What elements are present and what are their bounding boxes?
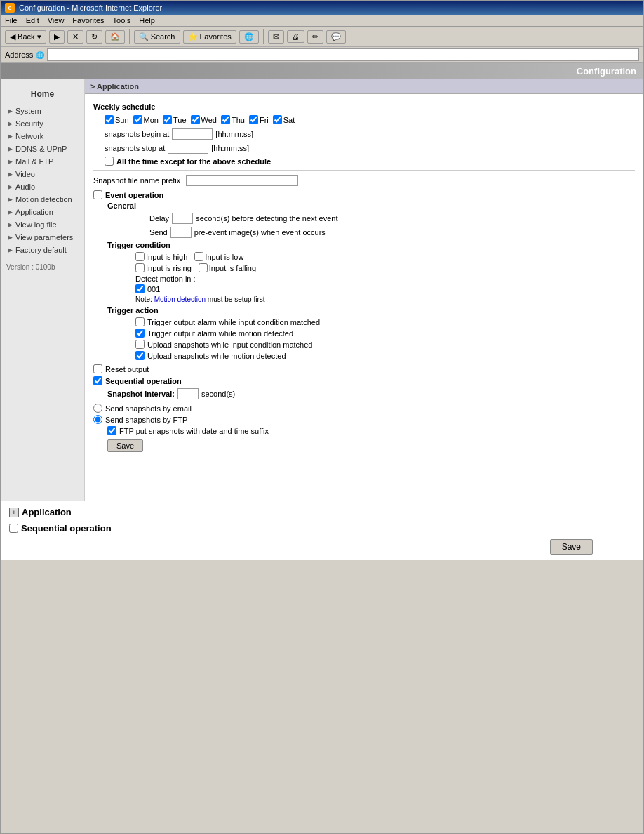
save-outer-button[interactable]: Save — [550, 539, 593, 555]
send-ftp-radio[interactable] — [93, 415, 102, 424]
back-button[interactable]: ◀ Back ▾ — [5, 30, 46, 44]
search-button[interactable]: 🔍 Search — [134, 30, 180, 44]
sidebar-home[interactable]: Home — [4, 86, 81, 105]
input-rising-checkbox[interactable] — [135, 263, 145, 272]
upload-input-checkbox[interactable] — [135, 340, 145, 349]
sidebar-item-ddns[interactable]: ▶ DDNS & UPnP — [4, 143, 81, 155]
sidebar-item-application[interactable]: ▶ Application — [4, 206, 81, 218]
checkbox-sun[interactable] — [105, 115, 114, 124]
motion-detection-link[interactable]: Motion detection — [154, 296, 206, 303]
forward-button[interactable]: ▶ — [49, 30, 65, 44]
snapshot-prefix-row: Snapshot file name prefix video — [93, 175, 635, 186]
trigger-alarm-motion-checkbox[interactable] — [135, 329, 145, 338]
snapshot-interval-row: Snapshot interval: 5 second(s) — [93, 388, 635, 399]
section-header: > Application — [85, 79, 643, 94]
trigger-alarm-input-checkbox[interactable] — [135, 317, 145, 326]
send-email-label: Send snapshots by email — [105, 404, 192, 413]
favorites-button[interactable]: ⭐ Favorites — [183, 30, 236, 44]
sidebar-item-factory[interactable]: ▶ Factory default — [4, 244, 81, 256]
delay-input[interactable]: 3 — [172, 213, 193, 224]
sidebar-label-viewlog: View log file — [15, 220, 57, 229]
stop-time-input[interactable]: 23:59:59 — [168, 143, 208, 154]
label-tue: Tue — [173, 116, 187, 124]
checkbox-sat[interactable] — [273, 115, 282, 124]
day-tue: Tue — [163, 115, 187, 124]
snapshot-interval-input[interactable]: 5 — [177, 388, 199, 399]
input-rising-label: Input is rising — [146, 264, 192, 272]
sidebar-item-audio[interactable]: ▶ Audio — [4, 180, 81, 193]
checkbox-thu[interactable] — [221, 115, 230, 124]
input-high-group: Input is high — [135, 252, 187, 261]
discuss-button[interactable]: 💬 — [326, 30, 346, 44]
title-bar: e Configuration - Microsoft Internet Exp… — [1, 1, 643, 15]
menu-edit[interactable]: Edit — [26, 16, 39, 25]
menu-view[interactable]: View — [48, 16, 65, 25]
sidebar-item-video[interactable]: ▶ Video — [4, 168, 81, 180]
menu-favorites[interactable]: Favorites — [72, 16, 104, 25]
stop-button[interactable]: ✕ — [67, 30, 83, 44]
general-title: General — [107, 201, 635, 210]
ftp-date-suffix-checkbox[interactable] — [107, 426, 116, 435]
input-falling-group: Input is falling — [199, 263, 256, 272]
input-rising-group: Input is rising — [135, 263, 192, 272]
home-button[interactable]: 🏠 — [105, 30, 125, 44]
event-operation-checkbox[interactable] — [93, 190, 102, 199]
input-high-checkbox[interactable] — [135, 252, 145, 261]
arrow-icon-motion: ▶ — [6, 196, 13, 203]
menu-tools[interactable]: Tools — [113, 16, 131, 25]
input-falling-checkbox[interactable] — [199, 263, 208, 272]
sequential-operation-checkbox[interactable] — [93, 376, 102, 385]
begin-format: [hh:mm:ss] — [215, 130, 253, 138]
save-inner-button[interactable]: Save — [107, 439, 143, 452]
checkbox-fri[interactable] — [249, 115, 258, 124]
sidebar-item-viewparams[interactable]: ▶ View parameters — [4, 231, 81, 244]
ch001-checkbox[interactable] — [135, 284, 145, 293]
arrow-icon-viewparams: ▶ — [6, 234, 13, 241]
app-expand-icon[interactable]: + — [9, 508, 19, 517]
sidebar-version: Version : 0100b — [4, 256, 81, 271]
arrow-icon-application: ▶ — [6, 208, 13, 216]
day-wed: Wed — [191, 115, 217, 124]
send-input[interactable]: 1 — [170, 227, 192, 238]
sidebar-label-mail: Mail & FTP — [15, 157, 53, 166]
refresh-button[interactable]: ↻ — [86, 30, 102, 44]
snapshot-prefix-input[interactable]: video — [186, 175, 298, 186]
label-wed: Wed — [201, 116, 217, 124]
sidebar-item-network[interactable]: ▶ Network — [4, 130, 81, 143]
all-time-row: All the time except for the above schedu… — [93, 157, 635, 166]
day-thu: Thu — [221, 115, 245, 124]
address-label: Address — [5, 51, 33, 59]
reset-output-checkbox[interactable] — [93, 364, 102, 373]
checkbox-wed[interactable] — [191, 115, 200, 124]
snapshot-interval-unit: second(s) — [201, 390, 235, 398]
input-low-checkbox[interactable] — [194, 252, 203, 261]
section-title: > Application — [90, 82, 139, 91]
sidebar-item-system[interactable]: ▶ System — [4, 105, 81, 117]
media-button[interactable]: 🌐 — [239, 30, 259, 44]
weekly-schedule-title: Weekly schedule — [93, 102, 635, 111]
all-time-checkbox[interactable] — [105, 157, 114, 166]
print-button[interactable]: 🖨 — [287, 30, 304, 43]
checkbox-tue[interactable] — [163, 115, 172, 124]
send-email-row: Send snapshots by email — [93, 404, 635, 413]
checkbox-mon[interactable] — [133, 115, 142, 124]
sidebar-item-motion[interactable]: ▶ Motion detection — [4, 193, 81, 206]
trigger-alarm-motion-label: Trigger output alarm while motion detect… — [147, 329, 293, 338]
address-input[interactable]: http://192.168.0.99/setup/config.html — [47, 48, 639, 61]
edit-button[interactable]: ✏ — [307, 30, 323, 44]
sidebar-item-viewlog[interactable]: ▶ View log file — [4, 218, 81, 231]
app-section-header: + Application — [9, 507, 635, 517]
send-email-radio[interactable] — [93, 404, 102, 413]
sidebar-item-mail[interactable]: ▶ Mail & FTP — [4, 155, 81, 168]
mail-button[interactable]: ✉ — [268, 30, 284, 44]
sidebar-item-security[interactable]: ▶ Security — [4, 117, 81, 130]
menu-file[interactable]: File — [5, 16, 18, 25]
arrow-icon-system: ▶ — [6, 107, 13, 114]
menu-help[interactable]: Help — [139, 16, 155, 25]
arrow-icon-mail: ▶ — [6, 158, 13, 165]
upload-motion-checkbox[interactable] — [135, 351, 145, 360]
label-mon: Mon — [144, 116, 159, 124]
event-operation-title: Event operation — [105, 191, 163, 199]
sequential-checkbox-bottom[interactable] — [9, 524, 18, 533]
begin-time-input[interactable]: 00:00:01 — [172, 128, 213, 140]
